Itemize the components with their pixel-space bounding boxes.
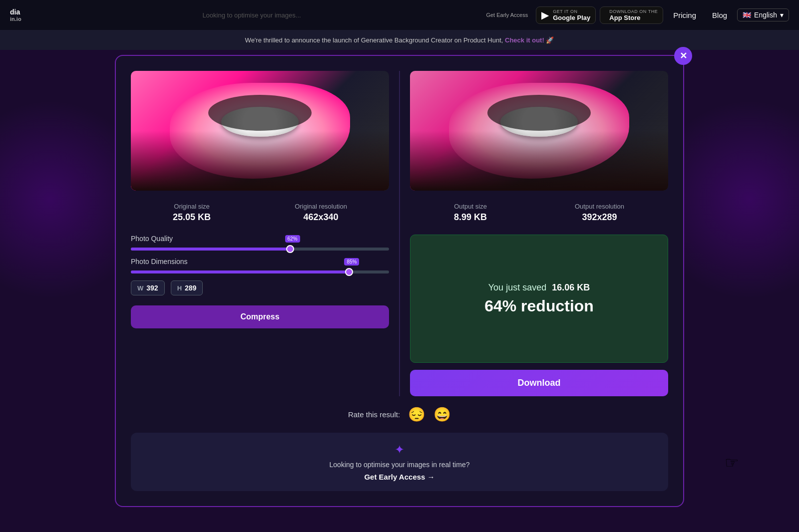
announcement-link[interactable]: Check it out! xyxy=(505,36,544,44)
dimensions-slider-thumb[interactable]: 85% xyxy=(345,268,353,276)
early-access-cta[interactable]: Get Early Access xyxy=(482,12,532,18)
modal-content: Original size 25.05 KB Original resoluti… xyxy=(131,71,668,396)
brand-domain: in.io xyxy=(10,16,21,22)
height-label: H xyxy=(177,284,182,292)
quality-slider-fill: 62% xyxy=(131,248,291,251)
dimensions-slider-fill: 85% xyxy=(131,270,350,273)
pricing-nav[interactable]: Pricing xyxy=(667,7,702,23)
app-store-text: Download on the App Store xyxy=(609,9,658,21)
nav-center-text: Looking to optimise your images... xyxy=(29,11,474,19)
blog-nav[interactable]: Blog xyxy=(706,7,733,23)
saved-amount: 16.06 KB xyxy=(552,282,590,292)
original-image-container xyxy=(131,71,389,191)
output-image-container xyxy=(410,71,668,191)
google-play-icon: ▶ xyxy=(541,9,549,21)
announcement-emoji: 🚀 xyxy=(546,36,554,44)
photo-hair xyxy=(131,131,389,191)
dimensions-slider-track[interactable]: 85% xyxy=(131,270,389,273)
compress-button[interactable]: Compress xyxy=(131,305,389,328)
output-resolution-block: Output resolution 392x289 xyxy=(575,203,624,223)
close-button[interactable]: ✕ xyxy=(674,47,692,65)
happy-rating-button[interactable]: 😄 xyxy=(433,406,451,423)
quality-slider-track[interactable]: 62% xyxy=(131,248,389,251)
width-value: 392 xyxy=(146,284,158,292)
download-button[interactable]: Download xyxy=(410,370,668,396)
dimensions-percentage: 85% xyxy=(344,258,359,266)
original-panel: Original size 25.05 KB Original resoluti… xyxy=(131,71,389,396)
brand-logo: dia in.io xyxy=(10,8,21,22)
width-input[interactable]: W 392 xyxy=(131,280,165,295)
dimensions-control: Photo Dimensions 85% W 392 H xyxy=(131,258,389,295)
cursor-indicator: ☞ xyxy=(725,453,739,472)
compress-modal: ✕ Original size 25.05 KB Or xyxy=(115,55,684,507)
quality-control: Photo Quality 62% xyxy=(131,235,389,251)
output-resolution-value: 392x289 xyxy=(575,212,624,223)
rating-label: Rate this result: xyxy=(348,410,400,419)
output-resolution-label: Output resolution xyxy=(575,203,624,210)
chevron-down-icon: ▾ xyxy=(780,11,784,19)
quality-slider-thumb[interactable]: 62% xyxy=(286,245,294,253)
output-photo-hair xyxy=(410,131,668,191)
google-play-button[interactable]: ▶ GET IT ON Google Play xyxy=(536,6,596,24)
dimensions-inputs: W 392 H 289 xyxy=(131,280,389,295)
output-panel: Output size 8.99 KB Output resolution 39… xyxy=(410,71,668,396)
language-label: English xyxy=(754,11,777,19)
early-access-banner: ✦ Looking to optimise your images in rea… xyxy=(131,433,668,491)
early-access-cta-button[interactable]: Get Early Access → xyxy=(364,473,434,481)
original-resolution-block: Original resolution 462x340 xyxy=(295,203,347,223)
announcement-text: We're thrilled to announce the launch of… xyxy=(245,36,503,44)
original-resolution-label: Original resolution xyxy=(295,203,347,210)
app-store-button[interactable]: Download on the App Store xyxy=(600,6,663,24)
navbar: dia in.io Looking to optimise your image… xyxy=(0,0,799,30)
original-image-info: Original size 25.05 KB Original resoluti… xyxy=(131,198,389,228)
brand-name: dia xyxy=(10,8,21,16)
quality-label: Photo Quality xyxy=(131,235,389,243)
output-size-value: 8.99 KB xyxy=(454,212,487,223)
original-size-label: Original size xyxy=(173,203,211,210)
output-size-label: Output size xyxy=(454,203,487,210)
height-value: 289 xyxy=(185,284,196,292)
reduction-percentage: 64% reduction xyxy=(484,297,594,315)
quality-percentage: 62% xyxy=(285,235,300,243)
language-selector[interactable]: 🇬🇧 English ▾ xyxy=(737,8,789,21)
flag-icon: 🇬🇧 xyxy=(743,11,751,19)
output-image-info: Output size 8.99 KB Output resolution 39… xyxy=(410,198,668,228)
google-play-text: GET IT ON Google Play xyxy=(553,9,590,21)
width-label: W xyxy=(137,284,143,292)
output-size-block: Output size 8.99 KB xyxy=(454,203,487,223)
output-image xyxy=(410,71,668,191)
height-input[interactable]: H 289 xyxy=(171,280,203,295)
rating-section: Rate this result: 😔 😄 xyxy=(131,406,668,423)
savings-box: You just saved 16.06 KB 64% reduction xyxy=(410,235,668,363)
original-image xyxy=(131,71,389,191)
panel-divider xyxy=(399,71,400,396)
saved-text: You just saved 16.06 KB xyxy=(488,282,590,293)
early-access-text: Looking to optimise your images in real … xyxy=(330,461,470,469)
original-size-value: 25.05 KB xyxy=(173,212,211,223)
original-resolution-value: 462x340 xyxy=(295,212,347,223)
announcement-bar: We're thrilled to announce the launch of… xyxy=(0,30,799,50)
pixel-icon: ✦ xyxy=(395,443,404,457)
original-size-block: Original size 25.05 KB xyxy=(173,203,211,223)
sad-rating-button[interactable]: 😔 xyxy=(408,406,425,423)
